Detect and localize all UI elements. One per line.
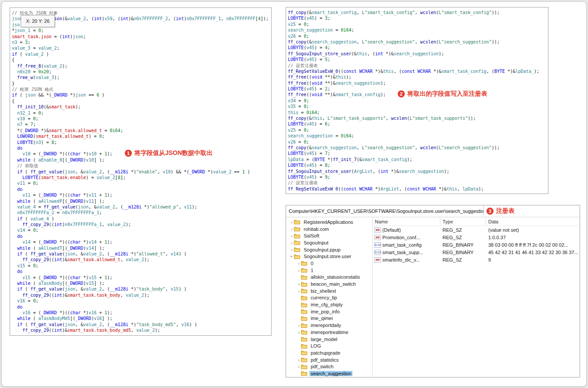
tree-item-SogouInput.store.user[interactable]: ›SogouInput.store.user bbox=[286, 253, 372, 260]
registry-key-tree: ›RegisteredApplications›rohitab.com›SalS… bbox=[286, 217, 373, 377]
registry-address-bar[interactable]: Computer\HKEY_CURRENT_USER\SOFTWARE\Sogo… bbox=[286, 205, 484, 217]
code-line: v14 = 0; bbox=[12, 227, 269, 233]
tree-item-LOG[interactable]: ›LOG bbox=[286, 342, 372, 349]
code-line: } bbox=[12, 81, 269, 86]
registry-column-headers: NameTypeData bbox=[373, 217, 580, 226]
chevron-collapsed-icon[interactable]: › bbox=[297, 261, 301, 266]
code-line: while ( aAllowedT[(_DWORD)v14] ); bbox=[12, 245, 269, 251]
code-line: if ( json && *(_DWORD *)json == 6 ) bbox=[12, 92, 269, 98]
chevron-expanded-icon[interactable]: › bbox=[289, 254, 294, 259]
chevron-collapsed-icon[interactable]: › bbox=[290, 219, 294, 225]
tree-item-label: ime_pop_info bbox=[309, 309, 341, 314]
chevron-collapsed-icon[interactable]: › bbox=[297, 330, 301, 335]
annotation-extract-from-json: 1 将字段值从JSON数据中取出 bbox=[125, 149, 213, 157]
folder-icon bbox=[301, 371, 308, 376]
annotation-write-to-registry: 2 将取出的字段值写入至注册表 bbox=[398, 90, 487, 98]
code-line: { bbox=[12, 57, 269, 63]
tree-item-currency_tip[interactable]: ›currency_tip bbox=[286, 295, 372, 302]
folder-icon bbox=[301, 350, 308, 355]
code-line: ff_SogouInput_store_user(ArgList, (int *… bbox=[288, 169, 546, 174]
chevron-collapsed-icon[interactable]: › bbox=[297, 281, 301, 287]
code-line: do bbox=[12, 187, 269, 192]
code-line: if ( value_2 ) bbox=[12, 51, 269, 57]
tree-item-imereportrealtime[interactable]: ›imereportrealtime bbox=[286, 329, 372, 336]
folder-icon bbox=[294, 219, 301, 224]
code-line: LOBYTE(v45) = 3; bbox=[288, 15, 546, 21]
reg-string-icon: ab bbox=[374, 257, 381, 262]
code-line: while ( aAllowedP[(_DWORD)v11] ); bbox=[12, 198, 269, 204]
code-line: *json_1 = 0; bbox=[12, 28, 269, 33]
code-line: if ( ff_get_value(json, &value_2, (__m12… bbox=[12, 286, 269, 292]
tree-item-0[interactable]: ›0 bbox=[286, 260, 372, 267]
chevron-collapsed-icon[interactable]: › bbox=[290, 247, 294, 252]
tree-item-SogouInput[interactable]: ›SogouInput bbox=[286, 239, 372, 246]
column-header-name[interactable]: Name bbox=[373, 217, 440, 226]
tree-item-allskin_statusiconstatis[interactable]: ›allskin_statusiconstatis bbox=[286, 274, 372, 281]
code-line: search_suggestion = 0i64; bbox=[288, 27, 546, 33]
code-line: v11 = (_DWORD *)((char *)v11 + 1); bbox=[12, 192, 269, 198]
chevron-collapsed-icon[interactable]: › bbox=[297, 288, 301, 294]
registry-value-list: NameTypeData ab(Default)REG_SZ(value not… bbox=[373, 217, 580, 377]
folder-icon bbox=[294, 254, 301, 259]
registry-value-row[interactable]: 0110smart_task_configREG_BINARY38 03 00 … bbox=[373, 241, 580, 248]
tree-item-label: biz_shellext bbox=[309, 288, 337, 294]
chevron-collapsed-icon[interactable]: › bbox=[290, 240, 294, 245]
value-data: 38 03 00 00 ff ff ff 7f 2c 00 02 00 02..… bbox=[486, 242, 580, 248]
tree-item-imereportdaily[interactable]: ›imereportdaily bbox=[286, 322, 372, 329]
annotation-2-text: 将取出的字段值写入至注册表 bbox=[407, 90, 487, 98]
chevron-collapsed-icon[interactable]: › bbox=[290, 233, 294, 238]
tree-item-ime_qimei[interactable]: ›ime_qimei bbox=[286, 315, 372, 322]
code-line: v10 = 0; bbox=[12, 116, 269, 122]
code-line: while ( aEnable_8[(_DWORD)v10] ); bbox=[12, 157, 269, 163]
code-line: LOBYTE(v45) = 9; bbox=[288, 174, 546, 180]
code-line: LOBYTE(v45) = 8; bbox=[288, 162, 546, 168]
code-line: v11 = 0; bbox=[12, 180, 269, 186]
code-line: n7 = 7; bbox=[12, 122, 269, 127]
code-line: ff_copy_29((int)n0x7FFFFFFFa_1, value_2)… bbox=[12, 222, 269, 227]
tree-item-RegisteredApplications[interactable]: ›RegisteredApplications bbox=[286, 219, 372, 226]
registry-value-row[interactable]: 0110smart_task_supp...REG_BINARY45 42 42… bbox=[373, 248, 580, 256]
tree-item-patchupgrade[interactable]: ›patchupgrade bbox=[286, 349, 372, 356]
column-header-data[interactable]: Data bbox=[486, 217, 580, 226]
chevron-collapsed-icon[interactable]: › bbox=[297, 323, 301, 328]
code-line: ff_init_10(&smart_task); bbox=[12, 104, 269, 110]
chevron-collapsed-icon[interactable]: › bbox=[297, 268, 301, 273]
folder-icon bbox=[301, 337, 308, 341]
registry-value-row[interactable]: abPromotion_conf...REG_SZ1.0.0.37 bbox=[373, 234, 580, 241]
code-line: ff_free((void **)&search_suggestion); bbox=[288, 80, 546, 86]
tree-item-search_suggestion[interactable]: ›search_suggestion bbox=[286, 370, 372, 377]
tree-item-large_model[interactable]: ›large_model bbox=[286, 336, 372, 343]
chevron-collapsed-icon[interactable]: › bbox=[297, 357, 301, 363]
cursor-coords-text: X: 20 Y: 26 bbox=[26, 18, 50, 24]
code-line: LOBYTE(v45) = 4; bbox=[288, 45, 546, 50]
tree-item-SogouInput.ppup[interactable]: ›SogouInput.ppup bbox=[286, 246, 372, 253]
tree-item-pdf_statistics[interactable]: ›pdf_statistics bbox=[286, 356, 372, 363]
tree-item-1[interactable]: ›1 bbox=[286, 267, 372, 274]
annotation-1-text: 将字段值从JSON数据中取出 bbox=[134, 149, 213, 157]
folder-icon bbox=[294, 234, 301, 238]
tree-item-beacon_main_switch[interactable]: ›beacon_main_switch bbox=[286, 280, 372, 287]
code-left-lines: // 转化为 JSON 对象json_1 = ff_to_json(&value… bbox=[12, 10, 269, 333]
value-data: 45 42 42 31 41 46 41 33 42 32 30 36 37..… bbox=[486, 250, 580, 255]
tree-item-label: beacon_main_switch bbox=[309, 281, 357, 287]
chevron-collapsed-icon[interactable]: › bbox=[297, 364, 301, 369]
chevron-collapsed-icon[interactable]: › bbox=[290, 226, 294, 232]
tree-item-rohitab.com[interactable]: ›rohitab.com bbox=[286, 226, 372, 233]
tree-item-ime_cfg_shiply[interactable]: ›ime_cfg_shiply bbox=[286, 301, 372, 308]
tree-item-SalSoft[interactable]: ›SalSoft bbox=[286, 232, 372, 239]
registry-value-row[interactable]: absmartinfo_dic_v...REG_SZ9 bbox=[373, 256, 580, 263]
reg-binary-icon: 0110 bbox=[374, 242, 381, 248]
tree-item-ime_pop_info[interactable]: ›ime_pop_info bbox=[286, 308, 372, 315]
folder-icon bbox=[301, 302, 308, 307]
value-name: smartinfo_dic_v... bbox=[382, 257, 440, 262]
folder-icon bbox=[301, 344, 308, 348]
registry-value-row[interactable]: ab(Default)REG_SZ(value not set) bbox=[373, 226, 580, 234]
code-line: v25 = 0; bbox=[288, 127, 546, 133]
value-data: (value not set) bbox=[486, 227, 580, 233]
tree-item-pdf_switch[interactable]: ›pdf_switch bbox=[286, 363, 372, 370]
value-name: smart_task_config bbox=[382, 242, 440, 248]
tree-item-biz_shellext[interactable]: ›biz_shellext bbox=[286, 287, 372, 295]
column-header-type[interactable]: Type bbox=[440, 217, 486, 226]
registry-rows: ab(Default)REG_SZ(value not set)abPromot… bbox=[373, 226, 580, 263]
folder-icon bbox=[301, 323, 308, 328]
